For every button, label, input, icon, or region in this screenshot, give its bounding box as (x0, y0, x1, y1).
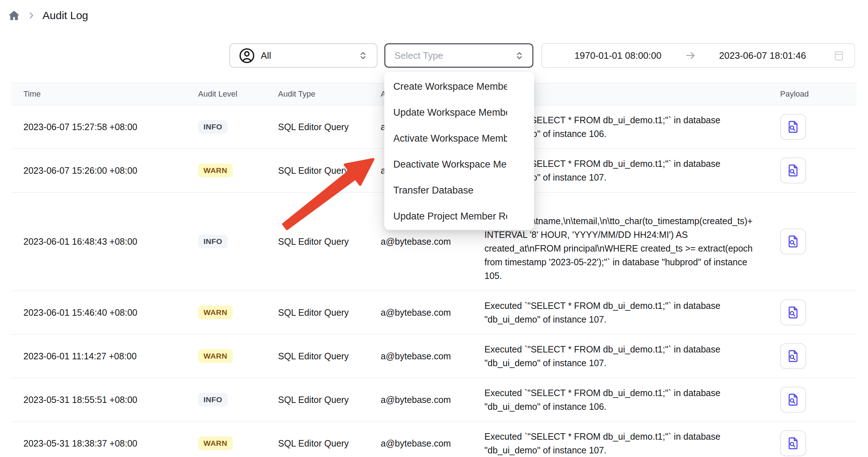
row-level: WARN (198, 164, 278, 177)
file-search-icon (786, 392, 800, 407)
view-payload-button[interactable] (780, 114, 806, 140)
file-search-icon (786, 349, 800, 363)
chevrons-up-down-icon (514, 50, 525, 61)
chevron-right-icon (27, 11, 36, 20)
row-comment: Executed `"SELECT * FROM db_ui_demo.t1;"… (484, 291, 777, 334)
view-payload-button[interactable] (780, 430, 806, 456)
level-badge: INFO (198, 393, 228, 407)
view-payload-button[interactable] (780, 157, 806, 183)
view-payload-button[interactable] (780, 228, 806, 254)
date-range-picker[interactable]: 1970-01-01 08:00:00 2023-06-07 18:01:46 (541, 43, 855, 68)
level-badge: WARN (198, 306, 233, 319)
table-row: 2023-05-31 18:55:51 +08:00 INFO SQL Edit… (11, 378, 857, 422)
level-badge: INFO (198, 235, 228, 248)
level-badge: WARN (198, 349, 233, 363)
row-actor: a@bytebase.com (381, 307, 484, 318)
row-time: 2023-06-01 15:46:40 +08:00 (11, 307, 198, 318)
row-time: 2023-06-07 15:27:58 +08:00 (11, 122, 198, 132)
dropdown-option-update-project-member[interactable]: Update Project Member Role (384, 203, 534, 229)
row-time: 2023-05-31 18:55:51 +08:00 (11, 395, 198, 405)
row-payload (777, 114, 857, 140)
row-comment: Executed `"SELECT * FROM db_ui_demo.t1;"… (484, 378, 777, 421)
row-audit-type: SQL Editor Query (278, 122, 381, 132)
row-comment: Executed `"SELECT * FROM db_ui_demo.t1;"… (484, 422, 777, 457)
type-filter-select[interactable]: Select Type (384, 43, 533, 68)
table-row: 2023-06-01 11:14:27 +08:00 WARN SQL Edit… (11, 334, 857, 378)
row-payload (777, 157, 857, 183)
file-search-icon (786, 305, 800, 320)
date-range-end[interactable]: 2023-06-07 18:01:46 (696, 50, 829, 61)
row-level: WARN (198, 436, 278, 450)
row-actor: a@bytebase.com (381, 351, 484, 361)
row-level: WARN (198, 349, 278, 363)
row-time: 2023-05-31 18:38:37 +08:00 (11, 438, 198, 449)
row-time: 2023-06-01 11:14:27 +08:00 (11, 351, 198, 361)
home-icon[interactable] (8, 9, 20, 22)
row-level: INFO (198, 120, 278, 134)
type-filter-placeholder: Select Type (394, 50, 514, 61)
row-time: 2023-06-07 15:26:00 +08:00 (11, 165, 198, 176)
col-header-audit-level: Audit Level (198, 89, 278, 99)
page-title: Audit Log (42, 9, 88, 22)
col-header-time: Time (11, 89, 198, 99)
row-actor: a@bytebase.com (381, 438, 484, 449)
row-audit-type: SQL Editor Query (278, 165, 381, 176)
row-audit-type: SQL Editor Query (278, 438, 381, 449)
dropdown-option-deactivate-workspace-member[interactable]: Deactivate Workspace Member (384, 151, 534, 177)
level-badge: INFO (198, 120, 228, 134)
dropdown-option-create-workspace-member[interactable]: Create Workspace Member (384, 74, 534, 99)
file-search-icon (786, 436, 800, 451)
person-circle-icon (239, 48, 255, 64)
dropdown-option-activate-workspace-member[interactable]: Activate Workspace Member (384, 125, 534, 151)
table-row: 2023-05-31 18:38:37 +08:00 WARN SQL Edit… (11, 422, 857, 457)
file-search-icon (786, 234, 800, 249)
row-audit-type: SQL Editor Query (278, 395, 381, 405)
calendar-icon[interactable] (833, 49, 845, 62)
table-row: 2023-06-01 15:46:40 +08:00 WARN SQL Edit… (11, 291, 857, 334)
row-level: INFO (198, 393, 278, 407)
dropdown-option-transfer-database[interactable]: Transfer Database (384, 177, 534, 203)
row-payload (777, 387, 857, 413)
col-header-audit-type: Audit Type (278, 89, 381, 99)
row-audit-type: SQL Editor Query (278, 236, 381, 247)
row-actor: a@bytebase.com (381, 236, 484, 247)
arrow-right-icon (685, 50, 696, 61)
chevrons-up-down-icon (357, 50, 369, 61)
col-header-payload: Payload (777, 89, 857, 99)
row-time: 2023-06-01 16:48:43 +08:00 (11, 236, 198, 247)
row-payload (777, 228, 857, 254)
type-dropdown-menu: Create Workspace Member Update Workspace… (384, 72, 534, 230)
breadcrumb: Audit Log (8, 9, 88, 22)
row-level: INFO (198, 235, 278, 248)
row-level: WARN (198, 306, 278, 319)
audit-log-page: Audit Log All Select Type 1970-01-01 08:… (0, 0, 868, 457)
view-payload-button[interactable] (780, 343, 806, 369)
file-search-icon (786, 120, 800, 134)
actor-filter-value: All (261, 50, 357, 61)
view-payload-button[interactable] (780, 300, 806, 325)
date-range-start[interactable]: 1970-01-01 08:00:00 (551, 50, 685, 61)
level-badge: WARN (198, 436, 233, 450)
row-payload (777, 300, 857, 325)
file-search-icon (786, 163, 800, 178)
row-actor: a@bytebase.com (381, 395, 484, 405)
row-audit-type: SQL Editor Query (278, 351, 381, 361)
row-payload (777, 343, 857, 369)
level-badge: WARN (198, 164, 233, 177)
row-comment: Executed `"SELECT * FROM db_ui_demo.t1;"… (484, 334, 777, 378)
dropdown-option-update-workspace-member[interactable]: Update Workspace Member (384, 99, 534, 125)
row-payload (777, 430, 857, 456)
row-audit-type: SQL Editor Query (278, 307, 381, 318)
actor-filter-select[interactable]: All (229, 43, 377, 68)
view-payload-button[interactable] (780, 387, 806, 413)
